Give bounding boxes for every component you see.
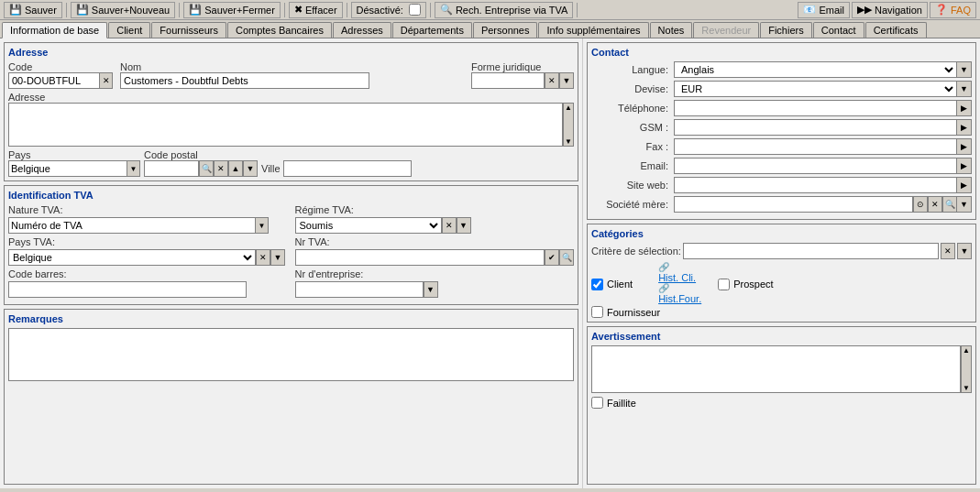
gsm-action-btn[interactable]: ▶ bbox=[957, 119, 972, 136]
save-new-button[interactable]: 💾 Sauver+Nouveau bbox=[71, 2, 175, 18]
fournisseur-checkbox[interactable] bbox=[591, 306, 603, 318]
telephone-input[interactable] bbox=[674, 100, 957, 116]
critere-dropdown-btn[interactable]: ▼ bbox=[957, 243, 972, 259]
adresse-scrollbar[interactable]: ▲ ▼ bbox=[563, 103, 574, 147]
adresse-textarea[interactable] bbox=[8, 103, 563, 147]
regime-dropdown-btn[interactable]: ▼ bbox=[457, 217, 471, 234]
tab-personnes[interactable]: Personnes bbox=[473, 22, 538, 38]
regime-clear-btn[interactable]: ✕ bbox=[442, 217, 457, 234]
email-action-btn[interactable]: ▶ bbox=[957, 158, 972, 174]
code-barres-input[interactable] bbox=[8, 281, 247, 298]
tab-adresses[interactable]: Adresses bbox=[333, 22, 391, 38]
tab-notes[interactable]: Notes bbox=[650, 22, 693, 38]
fax-action-btn[interactable]: ▶ bbox=[957, 138, 972, 155]
cp-search-btn[interactable]: 🔍 bbox=[199, 160, 214, 177]
delete-icon: ✖ bbox=[294, 4, 303, 16]
regime-tva-select[interactable]: Soumis bbox=[295, 217, 442, 234]
fax-input[interactable] bbox=[674, 138, 957, 155]
email-input[interactable] bbox=[674, 158, 957, 174]
site-web-action-btn[interactable]: ▶ bbox=[957, 177, 972, 193]
code-postal-input[interactable] bbox=[144, 160, 199, 177]
pays-tva-dropdown-btn[interactable]: ▼ bbox=[270, 249, 285, 266]
avert-scroll-up-icon[interactable]: ▲ bbox=[963, 346, 970, 355]
critere-input[interactable] bbox=[683, 243, 939, 259]
navigation-icon: ▶▶ bbox=[857, 4, 872, 16]
tab-fichiers[interactable]: Fichiers bbox=[760, 22, 812, 38]
avert-textarea[interactable] bbox=[591, 345, 961, 393]
avert-scrollbar[interactable]: ▲ ▼ bbox=[961, 345, 972, 393]
delete-button[interactable]: ✖ Effacer bbox=[289, 2, 343, 18]
code-input[interactable] bbox=[8, 72, 100, 89]
nr-entreprise-dropdown-btn[interactable]: ▼ bbox=[424, 281, 438, 298]
site-web-input[interactable] bbox=[674, 177, 957, 193]
scroll-down-icon[interactable]: ▼ bbox=[565, 137, 572, 146]
rech-tva-button[interactable]: 🔍 Rech. Entreprise via TVA bbox=[435, 2, 573, 18]
langue-dropdown-btn[interactable]: ▼ bbox=[957, 61, 972, 78]
client-checkbox-label[interactable]: Client bbox=[591, 279, 633, 290]
tab-client[interactable]: Client bbox=[108, 22, 150, 38]
prospect-checkbox[interactable] bbox=[718, 279, 730, 290]
tab-contact[interactable]: Contact bbox=[813, 22, 864, 38]
tab-fournisseurs[interactable]: Fournisseurs bbox=[151, 22, 226, 38]
tab-info-supplementaires[interactable]: Info supplémentaires bbox=[538, 22, 648, 38]
cp-down-btn[interactable]: ▼ bbox=[243, 160, 258, 177]
forme-btn2[interactable]: ▼ bbox=[559, 72, 574, 89]
nr-entreprise-input[interactable] bbox=[295, 281, 424, 298]
gsm-input[interactable] bbox=[674, 119, 957, 136]
save-close-button[interactable]: 💾 Sauver+Fermer bbox=[183, 2, 281, 18]
societe-mere-find-btn[interactable]: 🔍 bbox=[942, 196, 957, 213]
devise-label: Devise: bbox=[591, 83, 674, 94]
devise-dropdown-btn[interactable]: ▼ bbox=[957, 81, 972, 97]
forme-input[interactable] bbox=[471, 72, 545, 89]
hist-fou-link[interactable]: Hist.Four. bbox=[658, 293, 701, 304]
tva-title: Identification TVA bbox=[8, 190, 574, 201]
nom-input[interactable] bbox=[120, 72, 369, 89]
ville-input[interactable] bbox=[283, 160, 412, 177]
pays-tva-clear-btn[interactable]: ✕ bbox=[256, 249, 270, 266]
societe-mere-clear-btn[interactable]: ✕ bbox=[928, 196, 942, 213]
navigation-button[interactable]: ▶▶ Navigation bbox=[852, 2, 928, 18]
nr-tva-search-btn[interactable]: 🔍 bbox=[559, 249, 574, 266]
forme-btn1[interactable]: ✕ bbox=[545, 72, 559, 89]
nr-tva-verify-btn[interactable]: ✔ bbox=[545, 249, 559, 266]
pays-tva-select[interactable]: Belgique bbox=[8, 249, 256, 266]
avert-scroll-down-icon[interactable]: ▼ bbox=[963, 384, 970, 392]
critere-clear-btn[interactable]: ✕ bbox=[941, 243, 955, 259]
faq-button[interactable]: ❓ FAQ bbox=[930, 2, 976, 18]
desactive-label: Désactivé: bbox=[351, 2, 426, 18]
nature-tva-select[interactable]: Numéro de TVA bbox=[8, 217, 256, 234]
hist-cli-link[interactable]: Hist. Cli. bbox=[658, 272, 701, 283]
save-button[interactable]: 💾 Sauver bbox=[4, 2, 62, 18]
code-clear-button[interactable]: ✕ bbox=[100, 72, 113, 89]
tab-information-de-base[interactable]: Information de base bbox=[2, 22, 107, 38]
societe-mere-wrap: ⊙ ✕ 🔍 ▼ bbox=[674, 196, 972, 213]
pays-select[interactable]: Belgique bbox=[8, 160, 127, 177]
faillite-checkbox[interactable] bbox=[591, 397, 603, 409]
pays-dropdown-btn[interactable]: ▼ bbox=[127, 160, 140, 177]
regime-tva-label: Régime TVA: bbox=[295, 204, 575, 215]
remarques-textarea[interactable] bbox=[8, 328, 574, 381]
nature-tva-dropdown[interactable]: ▼ bbox=[256, 217, 269, 234]
societe-mere-search-btn[interactable]: ⊙ bbox=[913, 196, 928, 213]
faillite-label[interactable]: Faillite bbox=[591, 397, 972, 409]
pays-combo: Belgique ▼ bbox=[8, 160, 140, 177]
email-button[interactable]: 📧 Email bbox=[798, 2, 850, 18]
forme-field: Forme juridique ✕ ▼ bbox=[471, 61, 574, 89]
nr-tva-input[interactable] bbox=[295, 249, 545, 266]
prospect-checkbox-label[interactable]: Prospect bbox=[718, 279, 773, 290]
langue-select[interactable]: Anglais bbox=[674, 61, 957, 78]
societe-mere-dropdown-btn[interactable]: ▼ bbox=[957, 196, 972, 213]
tab-comptes-bancaires[interactable]: Comptes Bancaires bbox=[227, 22, 332, 38]
cp-up-btn[interactable]: ▲ bbox=[228, 160, 243, 177]
code-nom-row: Code ✕ Nom Forme juridique ✕ ▼ bbox=[8, 61, 574, 89]
scroll-up-icon[interactable]: ▲ bbox=[565, 104, 572, 112]
societe-mere-input[interactable] bbox=[674, 196, 913, 213]
desactive-checkbox[interactable] bbox=[409, 4, 421, 16]
tab-departements[interactable]: Départements bbox=[392, 22, 472, 38]
tab-certificats[interactable]: Certificats bbox=[865, 22, 927, 38]
devise-select[interactable]: EUR bbox=[674, 81, 957, 97]
telephone-action-btn[interactable]: ▶ bbox=[957, 100, 972, 116]
fournisseur-checkbox-label[interactable]: Fournisseur bbox=[591, 306, 972, 318]
client-checkbox[interactable] bbox=[591, 279, 603, 290]
cp-clear-btn[interactable]: ✕ bbox=[214, 160, 228, 177]
